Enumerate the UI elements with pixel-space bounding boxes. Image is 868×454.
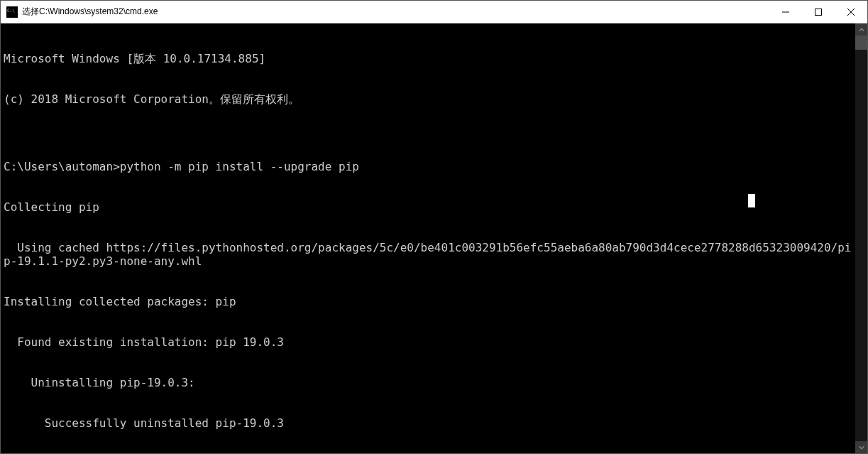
scrollbar-thumb[interactable] [855,36,867,50]
window-controls [769,1,867,23]
console-line: Uninstalling pip-19.0.3: [4,376,852,389]
console-line: (c) 2018 Microsoft Corporation。保留所有权利。 [4,92,852,106]
chevron-down-icon [859,445,864,450]
console-line: C:\Users\automan>python -m pip install -… [4,160,852,173]
console-area: Microsoft Windows [版本 10.0.17134.885] (c… [1,23,867,453]
console-content[interactable]: Microsoft Windows [版本 10.0.17134.885] (c… [1,23,855,453]
console-line: Microsoft Windows [版本 10.0.17134.885] [4,52,852,65]
console-line: Found existing installation: pip 19.0.3 [4,335,852,349]
close-icon [847,9,855,16]
scroll-up-button[interactable] [855,23,867,36]
maximize-button[interactable] [802,1,835,23]
svg-rect-1 [815,9,822,15]
cmd-icon [6,6,18,18]
scroll-down-button[interactable] [855,441,867,453]
minimize-icon [782,9,789,16]
console-line: Using cached https://files.pythonhosted.… [4,241,852,268]
console-line: Collecting pip [4,200,852,214]
maximize-icon [815,9,822,16]
vertical-scrollbar[interactable] [855,23,867,453]
scrollbar-track[interactable] [855,36,867,441]
titlebar[interactable]: 选择C:\Windows\system32\cmd.exe [1,1,867,23]
minimize-button[interactable] [769,1,802,23]
close-button[interactable] [835,1,867,23]
text-selection [748,194,755,207]
window-title: 选择C:\Windows\system32\cmd.exe [22,6,769,18]
console-line: Successfully uninstalled pip-19.0.3 [4,416,852,430]
cmd-window: 选择C:\Windows\system32\cmd.exe Microsoft … [0,0,868,454]
chevron-up-icon [859,27,864,33]
console-line: Installing collected packages: pip [4,295,852,308]
